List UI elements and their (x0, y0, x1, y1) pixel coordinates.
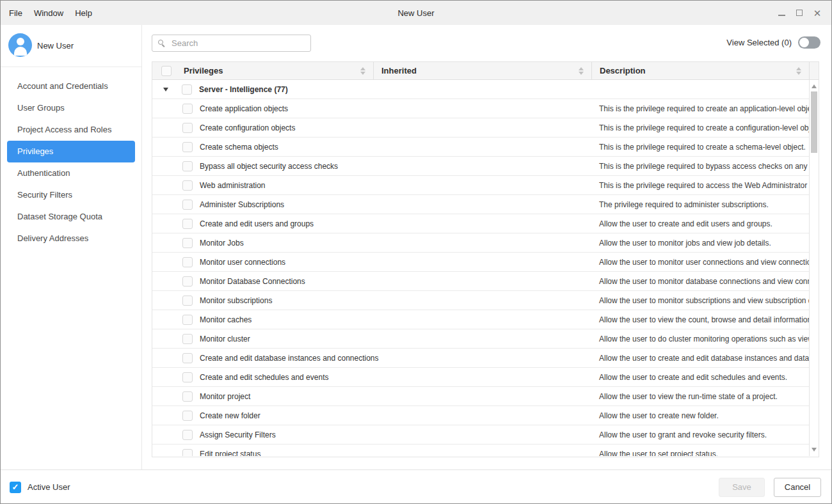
menu-bar: FileWindowHelp (3, 1, 98, 25)
close-icon: ✕ (813, 8, 822, 18)
sidebar-user-label: New User (37, 25, 74, 67)
privilege-row[interactable]: Create schema objects This is the privil… (152, 138, 809, 157)
minimize-button[interactable] (772, 4, 790, 22)
privilege-name: Assign Security Filters (200, 430, 276, 439)
sidebar-nav-item[interactable]: Account and Credentials (7, 75, 135, 97)
group-checkbox[interactable] (182, 84, 192, 95)
footer-bar: ✓ Active User Save Cancel (1, 469, 831, 503)
row-checkbox[interactable] (182, 449, 193, 457)
scrollbar-thumb[interactable] (811, 91, 817, 153)
sort-icon-description[interactable] (796, 67, 801, 75)
description-cell: Allow the user to create and edit schedu… (591, 373, 809, 382)
column-header-inherited[interactable]: Inherited (373, 62, 591, 79)
close-button[interactable]: ✕ (808, 4, 826, 22)
privilege-row[interactable]: Assign Security Filters Allow the user t… (152, 425, 809, 445)
search-input[interactable] (170, 38, 310, 49)
privilege-row[interactable]: Monitor caches Allow the user to view th… (152, 310, 809, 329)
search-box[interactable] (152, 35, 311, 52)
privilege-name: Create configuration objects (200, 123, 295, 132)
scroll-up-icon[interactable] (812, 84, 817, 88)
menu-item[interactable]: Help (69, 8, 98, 18)
sidebar-nav-item[interactable]: User Groups (7, 97, 135, 119)
privilege-name: Create schema objects (200, 143, 278, 152)
maximize-icon (796, 10, 803, 16)
sidebar-nav: Account and CredentialsUser GroupsProjec… (1, 75, 141, 249)
sidebar-nav-item[interactable]: Privileges (7, 141, 135, 162)
save-button[interactable]: Save (719, 478, 765, 497)
sort-icon-inherited[interactable] (579, 67, 584, 75)
sort-icon-privileges[interactable] (360, 67, 365, 75)
column-header-description[interactable]: Description (591, 62, 809, 79)
privilege-row[interactable]: Edit project status Allow the user to se… (152, 445, 809, 456)
description-cell: Allow the user to monitor user connectio… (591, 258, 809, 267)
column-header-privileges[interactable]: Privileges (152, 62, 373, 79)
active-user-checkbox[interactable]: ✓ (10, 482, 21, 493)
privilege-name: Monitor project (200, 392, 250, 401)
privilege-row[interactable]: Monitor subscriptions Allow the user to … (152, 291, 809, 310)
table-header: Privileges Inherited Description (152, 62, 819, 80)
vertical-scrollbar[interactable] (809, 80, 819, 456)
sidebar-nav-item[interactable]: Security Filters (7, 184, 135, 206)
row-checkbox[interactable] (182, 104, 193, 114)
privilege-row[interactable]: Monitor Jobs Allow the user to monitor j… (152, 233, 809, 253)
sidebar-nav-item[interactable]: Dataset Storage Quota (7, 206, 135, 228)
privilege-row[interactable]: Create and edit database instances and c… (152, 349, 809, 368)
privilege-row[interactable]: Bypass all object security access checks… (152, 157, 809, 176)
privilege-row[interactable]: Monitor user connections Allow the user … (152, 253, 809, 272)
search-icon (158, 40, 166, 47)
sidebar-nav-item[interactable]: Project Access and Roles (7, 119, 135, 141)
privilege-row[interactable]: Monitor cluster Allow the user to do clu… (152, 329, 809, 349)
privilege-name: Monitor cluster (200, 335, 250, 343)
row-checkbox[interactable] (182, 238, 193, 248)
row-checkbox[interactable] (182, 142, 193, 152)
row-checkbox[interactable] (182, 334, 193, 344)
row-checkbox[interactable] (182, 430, 193, 440)
privilege-row[interactable]: Create and edit users and groups Allow t… (152, 214, 809, 233)
privilege-row[interactable]: Monitor Database Connections Allow the u… (152, 272, 809, 291)
view-selected-toggle[interactable] (798, 36, 820, 49)
row-checkbox[interactable] (182, 123, 193, 133)
titlebar: FileWindowHelp New User ✕ (1, 1, 831, 25)
privilege-row[interactable]: Web administration This is the privilege… (152, 176, 809, 195)
privilege-row[interactable]: Create and edit schedules and events All… (152, 368, 809, 387)
sidebar-nav-item[interactable]: Delivery Addresses (7, 228, 135, 249)
sidebar-nav-item[interactable]: Authentication (7, 162, 135, 184)
privilege-row[interactable]: Administer Subscriptions The privilege r… (152, 195, 809, 214)
table-body: Server - Intelligence (77) Create applic… (152, 80, 819, 456)
row-checkbox[interactable] (182, 315, 193, 325)
privilege-row[interactable]: Monitor project Allow the user to view t… (152, 387, 809, 406)
row-checkbox[interactable] (182, 276, 193, 287)
row-checkbox[interactable] (182, 353, 193, 363)
description-cell: Allow the user to create and edit users … (591, 219, 809, 228)
cancel-button[interactable]: Cancel (774, 478, 821, 497)
privilege-row[interactable]: Create configuration objects This is the… (152, 118, 809, 138)
scroll-down-icon[interactable] (812, 448, 817, 452)
row-checkbox[interactable] (182, 180, 193, 191)
row-checkbox[interactable] (182, 257, 193, 267)
description-cell: Allow the user to monitor subscriptions … (591, 296, 809, 305)
menu-item[interactable]: File (3, 8, 28, 18)
row-checkbox[interactable] (182, 295, 193, 306)
footer-buttons: Save Cancel (719, 470, 821, 504)
row-checkbox[interactable] (182, 391, 193, 402)
description-cell: Allow the user to set project status. (591, 450, 809, 457)
row-checkbox[interactable] (182, 200, 193, 210)
maximize-button[interactable] (790, 4, 808, 22)
active-user-control: ✓ Active User (10, 470, 70, 504)
row-checkbox[interactable] (182, 161, 193, 171)
privilege-row[interactable]: Create new folder Allow the user to crea… (152, 406, 809, 425)
description-cell: Allow the user to monitor jobs and view … (591, 239, 809, 248)
collapse-arrow-icon[interactable] (163, 88, 168, 91)
privilege-row[interactable]: Create application objects This is the p… (152, 99, 809, 118)
row-checkbox[interactable] (182, 372, 193, 382)
select-all-checkbox[interactable] (161, 66, 172, 76)
row-checkbox[interactable] (182, 411, 193, 421)
user-avatar-icon (8, 33, 32, 57)
menu-item[interactable]: Window (28, 8, 69, 18)
privilege-name: Create and edit schedules and events (200, 373, 328, 382)
group-label: Server - Intelligence (77) (199, 85, 288, 94)
group-row-server-intelligence[interactable]: Server - Intelligence (77) (152, 80, 809, 99)
privilege-name: Monitor user connections (200, 258, 285, 267)
row-checkbox[interactable] (182, 219, 193, 229)
privilege-name: Create application objects (200, 104, 288, 113)
